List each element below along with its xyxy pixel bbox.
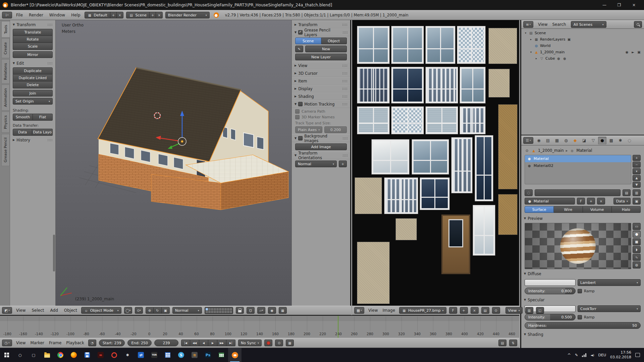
preview-cube-button[interactable]: ■	[633, 238, 641, 245]
opera-button[interactable]	[107, 348, 121, 362]
background-images-checkbox[interactable]	[298, 136, 303, 140]
tab-create[interactable]: Create	[1, 39, 10, 58]
minimize-button[interactable]: —	[597, 0, 612, 10]
panel-shading[interactable]: ▼Shading	[521, 330, 644, 338]
layer-dot[interactable]	[222, 311, 224, 313]
panel-preview[interactable]: ▼Preview	[521, 215, 644, 222]
specular-shader-select[interactable]: CookTorr▾	[578, 305, 641, 312]
browse-material-icon[interactable]: ◌	[525, 189, 533, 196]
manipulator-rotate-toggle[interactable]: ↻	[154, 307, 162, 314]
pen-icon[interactable]: ✎	[575, 353, 578, 357]
grease-pencil-checkbox[interactable]	[298, 30, 303, 35]
menu-render[interactable]: Render	[29, 13, 43, 17]
preview-flat-button[interactable]: ▭	[633, 223, 641, 230]
outliner-row-world[interactable]: ◍World	[521, 43, 644, 49]
tab-physics[interactable]: Physics	[1, 112, 10, 133]
material-dot-icon[interactable]: ●	[562, 57, 567, 60]
modifiers-tab[interactable]: ◪	[580, 137, 588, 144]
outliner-label[interactable]: Scene	[535, 31, 546, 35]
orientation-select[interactable]: Normal▾	[295, 161, 337, 167]
task-view-button[interactable]: ▢	[27, 348, 40, 362]
menu-view[interactable]: View	[16, 341, 25, 345]
material-datablock[interactable]: ●Material	[525, 198, 575, 204]
clock[interactable]: 17:56 03.02.2018	[610, 350, 631, 360]
render-layers-tab[interactable]: ▤	[544, 137, 552, 144]
join-button[interactable]: Join	[13, 90, 53, 97]
menu-view[interactable]: View	[538, 22, 547, 27]
layer-dot[interactable]	[206, 308, 208, 310]
panel-grip-icon[interactable]	[342, 64, 347, 67]
motion-tracking-checkbox[interactable]	[298, 102, 303, 106]
type-volume-button[interactable]: Volume	[583, 206, 612, 213]
viewport-3d[interactable]: User Ortho Meters (239) 1_2000_main	[56, 20, 291, 306]
diffuse-shader-select[interactable]: Lambert▾	[578, 279, 641, 286]
panel-transform-orientations[interactable]: ▼Transform Orientations	[292, 152, 350, 159]
panel-grip-icon[interactable]	[342, 87, 347, 90]
mirror-button[interactable]: Mirror	[13, 51, 53, 58]
teamviewer-button[interactable]: ⇄	[134, 348, 148, 362]
layer-dot[interactable]	[219, 308, 221, 310]
settings-button[interactable]: ✱	[121, 348, 134, 362]
panel-view[interactable]: ▶View	[292, 62, 350, 69]
copy-data-icon[interactable]: ▤	[498, 340, 506, 346]
gp-source-scene-button[interactable]: Scene	[295, 38, 321, 44]
panel-diffuse[interactable]: ▼Diffuse	[521, 270, 644, 278]
acrobat-button[interactable]: ∞	[94, 348, 107, 362]
skype-button[interactable]: S	[174, 348, 188, 362]
image-region-icon[interactable]: ◱	[536, 307, 544, 314]
move-slot-down-button[interactable]: ▼	[633, 182, 641, 188]
next-keyframe-button[interactable]: ▶▶	[217, 340, 226, 346]
panel-specular[interactable]: ▼Specular	[521, 296, 644, 304]
insert-keyframe-icon[interactable]: ▦	[286, 340, 294, 346]
menu-search[interactable]: Search	[552, 22, 566, 27]
outliner-row-1-2000-main[interactable]: ▾▲1_2000_main◉►▣	[521, 49, 644, 55]
gp-source-object-button[interactable]: Object	[321, 38, 347, 44]
layer-dot[interactable]	[214, 308, 216, 310]
diffuse-intensity-slider[interactable]: Intensity:0.800	[525, 288, 576, 294]
outliner-scope-select[interactable]: All Scenes▾	[571, 21, 606, 28]
ter-app-button[interactable]: TER	[148, 348, 161, 362]
audio-sync-select[interactable]: No Sync▾	[238, 340, 262, 346]
object-tab[interactable]: ◆	[571, 137, 579, 144]
outliner-label[interactable]: World	[540, 44, 551, 48]
paste-material-icon[interactable]: ▥	[633, 189, 641, 196]
preview-monkey-button[interactable]: ◗	[633, 246, 641, 253]
breadcrumb-material[interactable]: Material	[577, 148, 592, 153]
menu-view[interactable]: View	[368, 308, 378, 313]
frame-end-field[interactable]: End:250	[127, 340, 152, 346]
layers-widget[interactable]	[205, 307, 233, 314]
tab-relations[interactable]: Relations	[1, 59, 10, 84]
file-explorer-button[interactable]	[40, 348, 54, 362]
editor-type-info-icon[interactable]: i	[2, 12, 12, 18]
volume-icon[interactable]: ◄	[590, 353, 594, 357]
camera-icon[interactable]: ▣	[567, 38, 572, 41]
maximize-button[interactable]: ❐	[612, 0, 627, 10]
panel-shading-n[interactable]: ▶Shading	[292, 93, 350, 100]
menu-playback[interactable]: Playback	[66, 341, 84, 345]
duplicate-button[interactable]: Duplicate	[13, 67, 53, 74]
lock-icon[interactable]	[236, 307, 244, 314]
layer-dot[interactable]	[219, 311, 221, 313]
layer-dot[interactable]	[211, 308, 213, 310]
frame-start-field[interactable]: Start:239	[99, 340, 125, 346]
layer-dot[interactable]	[227, 311, 229, 313]
hardness-slider[interactable]: Hardness:50	[525, 322, 641, 329]
editor-type-timeline-icon[interactable]: ◷	[2, 340, 12, 346]
expander-icon[interactable]: ▸	[535, 57, 538, 60]
menu-add[interactable]: Add	[50, 308, 58, 313]
layer-dot[interactable]	[216, 308, 219, 310]
breadcrumb-object[interactable]: 1_2000_main	[538, 148, 564, 153]
spreadsheet-button[interactable]	[215, 348, 228, 362]
menu-frame[interactable]: Frame	[49, 341, 61, 345]
firefox-button[interactable]	[67, 348, 80, 362]
editor-type-3d-icon[interactable]: ◩	[2, 307, 12, 314]
scene-tab[interactable]: ▦	[553, 137, 561, 144]
scene-selector[interactable]: ▤Scene + ×	[126, 12, 163, 18]
image-view-menu[interactable]: View▾	[505, 307, 523, 314]
panel-grip-icon[interactable]	[47, 139, 53, 141]
panel-grip-icon[interactable]	[342, 80, 347, 82]
panel-item[interactable]: ▶Item	[292, 77, 350, 85]
menu-object[interactable]: Object	[64, 308, 77, 313]
pack-image-icon[interactable]: ▤	[481, 307, 489, 314]
blender-button[interactable]	[228, 348, 241, 362]
